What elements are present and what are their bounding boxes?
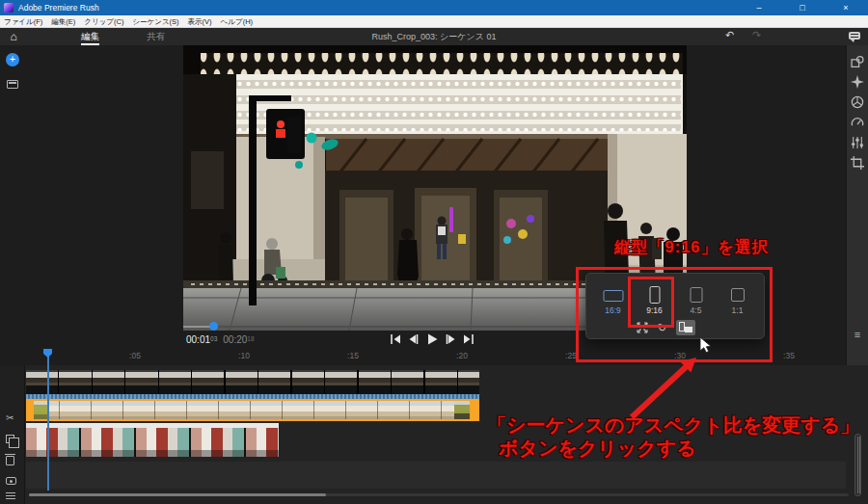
step-forward-button[interactable] xyxy=(445,333,456,345)
annotation-box-popup xyxy=(576,267,773,362)
menu-clip[interactable]: クリップ(C) xyxy=(84,15,123,28)
track-options-icon[interactable] xyxy=(6,492,15,499)
app-header: ⌂ 編集 共有 Rush_Crop_003: シーケンス 01 ↶ ↷ xyxy=(0,28,868,45)
titlebar: Adobe Premiere Rush – □ × xyxy=(0,0,868,15)
menu-edit[interactable]: 編集(E) xyxy=(51,15,75,28)
go-to-end-button[interactable] xyxy=(463,333,475,345)
window-title: Adobe Premiere Rush xyxy=(18,2,99,13)
delete-clip-icon[interactable] xyxy=(6,456,14,465)
timeline-horizontal-scrollbar[interactable] xyxy=(29,493,849,496)
video-clip-track1[interactable] xyxy=(26,370,479,394)
menu-sequence[interactable]: シーケンス(S) xyxy=(132,15,178,28)
transport-controls xyxy=(390,333,475,345)
play-button[interactable] xyxy=(426,333,438,345)
current-frames: 03 xyxy=(210,335,217,342)
close-button[interactable]: × xyxy=(825,0,867,15)
effects-panel-icon[interactable] xyxy=(851,75,864,89)
timeline-menu-icon[interactable]: ≡ xyxy=(852,329,863,340)
ruler-tick: :15 xyxy=(347,351,359,360)
go-to-start-button[interactable] xyxy=(390,333,401,345)
duration-frames: 18 xyxy=(247,335,254,342)
ruler-tick: :05 xyxy=(129,351,141,360)
timeline-tool-rail: ✂ xyxy=(0,365,25,504)
media-browser-icon[interactable] xyxy=(7,80,18,89)
split-clip-icon[interactable]: ✂ xyxy=(6,412,14,423)
speed-panel-icon[interactable] xyxy=(851,116,864,129)
tab-edit[interactable]: 編集 xyxy=(81,30,99,43)
current-time: 00:01 xyxy=(186,334,210,345)
feedback-icon[interactable] xyxy=(849,32,860,40)
empty-track-lane xyxy=(26,462,846,489)
menubar: ファイル(F) 編集(E) クリップ(C) シーケンス(S) 表示(V) ヘルプ… xyxy=(0,15,868,28)
duration-time: 00:20 xyxy=(223,334,247,345)
annotation-click-button: 「シーケンスのアスペクト比を変更する」 ボタンをクリックする xyxy=(487,413,859,460)
maximize-button[interactable]: □ xyxy=(781,0,824,15)
graphics-panel-icon[interactable] xyxy=(851,55,864,68)
annotation-select-916: 縦型「9:16」を選択 xyxy=(614,237,769,258)
app-icon xyxy=(4,3,14,13)
redo-icon[interactable]: ↷ xyxy=(752,29,761,41)
premiere-rush-window: Adobe Premiere Rush – □ × ファイル(F) 編集(E) … xyxy=(0,0,868,504)
menu-view[interactable]: 表示(V) xyxy=(188,15,212,28)
home-icon[interactable]: ⌂ xyxy=(6,29,21,44)
duplicate-clip-icon[interactable] xyxy=(6,435,14,443)
tab-share[interactable]: 共有 xyxy=(147,30,165,43)
color-panel-icon[interactable] xyxy=(851,95,864,109)
minimize-button[interactable]: – xyxy=(738,0,780,15)
timecode: 00:010300:2018 xyxy=(186,334,255,345)
add-media-button[interactable]: + xyxy=(6,53,19,66)
video-clip-track3[interactable] xyxy=(26,423,279,457)
annotation-box-916 xyxy=(628,277,674,328)
undo-icon[interactable]: ↶ xyxy=(725,29,734,41)
preview-scrubber-handle[interactable] xyxy=(209,322,218,331)
step-back-button[interactable] xyxy=(408,333,420,345)
menu-help[interactable]: ヘルプ(H) xyxy=(221,15,253,28)
document-title: Rush_Crop_003: シーケンス 01 xyxy=(289,31,579,43)
playhead[interactable] xyxy=(47,349,49,491)
clip-trim-handle-right[interactable] xyxy=(470,401,477,419)
ruler-tick: :35 xyxy=(783,351,795,360)
selected-clip-track2[interactable] xyxy=(26,399,479,421)
menu-file[interactable]: ファイル(F) xyxy=(4,15,42,28)
audio-panel-icon[interactable] xyxy=(851,136,864,149)
ruler-tick: :10 xyxy=(238,351,250,360)
crop-panel-icon[interactable] xyxy=(851,156,864,170)
left-rail: + xyxy=(0,45,25,364)
ruler-tick: :20 xyxy=(456,351,468,360)
voiceover-icon[interactable] xyxy=(6,477,16,485)
